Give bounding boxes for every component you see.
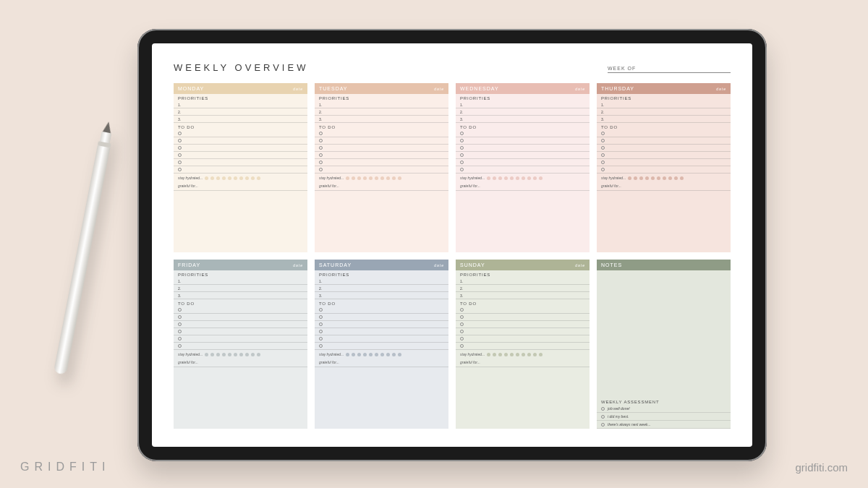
date-label[interactable]: date (434, 87, 444, 91)
todo-line[interactable] (315, 321, 448, 328)
notes-area[interactable] (597, 270, 731, 398)
priority-line[interactable]: 3. (597, 116, 731, 123)
hydration-dot-icon[interactable] (663, 176, 666, 180)
priority-line[interactable]: 2. (174, 108, 307, 116)
hydration-dot-icon[interactable] (222, 176, 226, 180)
checkbox-icon[interactable] (178, 315, 182, 319)
checkbox-icon[interactable] (601, 160, 605, 164)
hydration-dot-icon[interactable] (516, 176, 519, 180)
todo-line[interactable] (597, 152, 731, 159)
hydration-tracker[interactable]: stay hydrated... (597, 174, 731, 181)
hydration-dot-icon[interactable] (222, 353, 226, 356)
hydration-dot-icon[interactable] (369, 176, 373, 180)
checkbox-icon[interactable] (178, 160, 182, 164)
hydration-tracker[interactable]: stay hydrated... (174, 350, 307, 358)
todo-line[interactable] (174, 307, 307, 314)
date-label[interactable]: date (293, 87, 303, 91)
priority-line[interactable]: 1. (315, 101, 448, 108)
hydration-dot-icon[interactable] (533, 176, 537, 180)
hydration-dot-icon[interactable] (522, 353, 525, 356)
priority-line[interactable]: 3. (315, 292, 448, 299)
hydration-dot-icon[interactable] (516, 353, 519, 356)
grateful-line[interactable]: grateful for... (315, 358, 448, 367)
date-label[interactable]: date (575, 263, 585, 267)
hydration-dot-icon[interactable] (487, 353, 490, 356)
priority-line[interactable]: 3. (315, 116, 448, 123)
todo-line[interactable] (315, 314, 448, 321)
todo-line[interactable] (456, 166, 590, 174)
todo-line[interactable] (174, 321, 307, 328)
hydration-tracker[interactable]: stay hydrated... (315, 350, 448, 358)
todo-line[interactable] (315, 159, 448, 166)
hydration-dot-icon[interactable] (487, 176, 490, 180)
hydration-dot-icon[interactable] (380, 176, 384, 180)
radio-icon[interactable] (601, 415, 605, 419)
hydration-dot-icon[interactable] (392, 353, 396, 356)
hydration-dot-icon[interactable] (245, 353, 249, 356)
todo-line[interactable] (174, 145, 307, 152)
hydration-dot-icon[interactable] (239, 353, 243, 356)
hydration-dot-icon[interactable] (375, 176, 378, 180)
checkbox-icon[interactable] (178, 308, 182, 312)
hydration-dot-icon[interactable] (210, 353, 214, 356)
hydration-dot-icon[interactable] (504, 176, 508, 180)
hydration-dot-icon[interactable] (651, 176, 655, 180)
hydration-dot-icon[interactable] (346, 353, 349, 356)
grateful-line[interactable]: grateful for... (315, 181, 448, 191)
priority-line[interactable]: 1. (456, 101, 590, 108)
hydration-dot-icon[interactable] (228, 353, 231, 356)
priority-line[interactable]: 2. (456, 108, 590, 116)
priority-line[interactable]: 1. (174, 101, 307, 108)
hydration-tracker[interactable]: stay hydrated... (456, 174, 590, 181)
hydration-dot-icon[interactable] (375, 353, 378, 356)
todo-line[interactable] (174, 343, 307, 350)
checkbox-icon[interactable] (460, 146, 464, 150)
hydration-dot-icon[interactable] (527, 353, 531, 356)
hydration-dot-icon[interactable] (493, 353, 496, 356)
checkbox-icon[interactable] (319, 308, 323, 312)
hydration-dot-icon[interactable] (239, 176, 243, 180)
priority-line[interactable]: 2. (174, 285, 307, 292)
checkbox-icon[interactable] (319, 168, 323, 171)
hydration-dot-icon[interactable] (216, 353, 220, 356)
todo-line[interactable] (597, 166, 731, 174)
hydration-dot-icon[interactable] (251, 176, 255, 180)
hydration-dot-icon[interactable] (527, 176, 531, 180)
checkbox-icon[interactable] (178, 153, 182, 157)
todo-line[interactable] (597, 145, 731, 152)
grateful-line[interactable]: grateful for... (456, 358, 590, 367)
hydration-dot-icon[interactable] (539, 176, 542, 180)
hydration-dot-icon[interactable] (510, 176, 514, 180)
grateful-line[interactable]: grateful for... (456, 181, 590, 191)
checkbox-icon[interactable] (460, 315, 464, 319)
checkbox-icon[interactable] (601, 139, 605, 142)
hydration-tracker[interactable]: stay hydrated... (174, 174, 307, 181)
hydration-dot-icon[interactable] (346, 176, 349, 180)
todo-line[interactable] (174, 314, 307, 321)
checkbox-icon[interactable] (460, 139, 464, 142)
todo-line[interactable] (456, 307, 590, 314)
hydration-dot-icon[interactable] (216, 176, 220, 180)
hydration-dot-icon[interactable] (639, 176, 643, 180)
checkbox-icon[interactable] (319, 344, 323, 348)
hydration-dot-icon[interactable] (352, 353, 355, 356)
hydration-dot-icon[interactable] (645, 176, 649, 180)
todo-line[interactable] (456, 335, 590, 343)
hydration-dot-icon[interactable] (369, 353, 373, 356)
checkbox-icon[interactable] (178, 132, 182, 135)
todo-line[interactable] (315, 130, 448, 137)
hydration-dot-icon[interactable] (510, 353, 514, 356)
assessment-option[interactable]: there's always next week... (597, 421, 731, 429)
checkbox-icon[interactable] (319, 139, 323, 142)
checkbox-icon[interactable] (178, 168, 182, 171)
hydration-dot-icon[interactable] (522, 176, 525, 180)
hydration-dot-icon[interactable] (386, 353, 390, 356)
assessment-option[interactable]: i did my best. (597, 413, 731, 421)
hydration-dot-icon[interactable] (251, 353, 255, 356)
todo-line[interactable] (456, 314, 590, 321)
priority-line[interactable]: 1. (174, 278, 307, 285)
checkbox-icon[interactable] (460, 160, 464, 164)
priority-line[interactable]: 3. (174, 292, 307, 299)
checkbox-icon[interactable] (178, 344, 182, 348)
todo-line[interactable] (315, 137, 448, 145)
